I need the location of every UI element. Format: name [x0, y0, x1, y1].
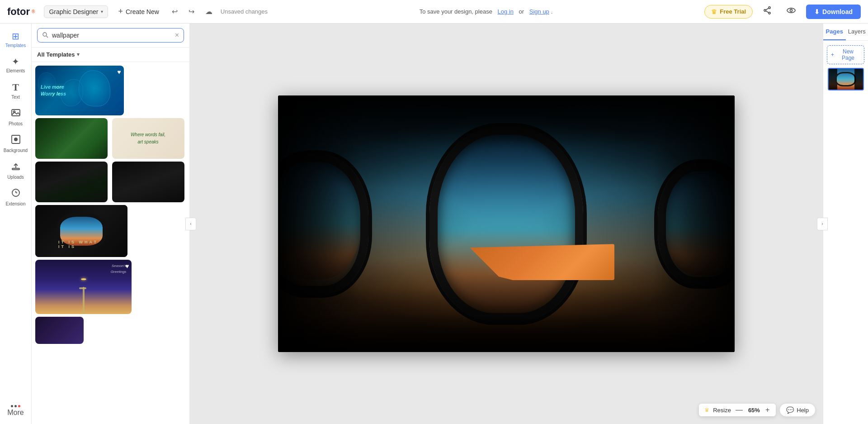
- download-label: Download: [822, 8, 853, 15]
- template-card-partial[interactable]: [35, 317, 84, 344]
- tab-pages[interactable]: Pages: [823, 24, 846, 40]
- sidebar-item-background[interactable]: Background: [2, 131, 30, 157]
- bottom-dark-gradient: [278, 314, 735, 352]
- thumb-dark-right: [854, 69, 863, 90]
- crown-icon: ♛: [711, 8, 717, 15]
- zoom-control: ♛ Resize — 65% +: [699, 404, 776, 416]
- log-in-link[interactable]: Log in: [498, 8, 514, 15]
- heart-icon: ♥: [117, 68, 121, 76]
- template-list: Live moreWorry less ♥ Where words fail,a…: [32, 62, 189, 424]
- app-logo[interactable]: fotor®: [7, 6, 35, 18]
- panel-wrapper: × All Templates ▾ Live moreWorry less: [32, 24, 190, 424]
- cloud-icon: ☁: [205, 7, 212, 16]
- redo-icon: ↪: [189, 7, 194, 16]
- background-icon: [11, 134, 21, 147]
- new-page-button[interactable]: + New Page: [827, 45, 864, 64]
- period-text: .: [551, 8, 553, 15]
- sidebar-item-photos[interactable]: Photos: [2, 104, 30, 130]
- redo-button[interactable]: ↪: [186, 5, 197, 19]
- tab-layers[interactable]: Layers: [846, 24, 868, 40]
- unsaved-status: Unsaved changes: [221, 8, 268, 15]
- clear-search-button[interactable]: ×: [175, 31, 179, 39]
- undo-button[interactable]: ↩: [169, 5, 180, 19]
- share-icon: [763, 6, 772, 17]
- share-button[interactable]: [758, 3, 776, 20]
- page-1-thumbnail[interactable]: [828, 68, 864, 91]
- sidebar-item-templates[interactable]: ⊞ Templates: [2, 27, 30, 52]
- more-dots-icon: [11, 405, 20, 407]
- canvas-content[interactable]: [278, 95, 735, 352]
- sidebar-item-label-elements: Elements: [6, 68, 25, 73]
- right-expand-icon: ›: [821, 221, 823, 226]
- svg-line-4: [766, 11, 769, 13]
- svg-point-16: [43, 33, 47, 36]
- sidebar-item-label-background: Background: [4, 148, 28, 153]
- chat-icon: 💬: [786, 406, 794, 414]
- search-area: ×: [32, 24, 189, 48]
- logo-superscript: ®: [32, 9, 35, 14]
- free-trial-button[interactable]: ♛ Free Trial: [704, 5, 753, 19]
- right-panel-expand-toggle[interactable]: ›: [817, 218, 828, 230]
- extension-icon: [11, 188, 21, 200]
- airplane-scene: [278, 95, 735, 352]
- new-page-plus-icon: +: [831, 52, 834, 58]
- collapse-icon: ‹: [190, 221, 191, 226]
- airplane-card-text: IT IS WHAT IT IS: [58, 240, 104, 249]
- preview-button[interactable]: [782, 3, 801, 20]
- sidebar-item-text[interactable]: T Text: [2, 78, 30, 103]
- template-card-purple-night[interactable]: Season'sGreetings ♥: [35, 260, 132, 314]
- top-dark-gradient: [278, 95, 735, 147]
- template-card-jellyfish[interactable]: Live moreWorry less ♥: [35, 66, 124, 115]
- sidebar-item-elements[interactable]: ✦ Elements: [2, 52, 30, 77]
- template-card-art-speaks[interactable]: Where words fail,art speaks: [112, 118, 184, 159]
- template-card-airplane[interactable]: IT IS WHAT IT IS: [35, 205, 127, 257]
- right-sidebar: › Pages Layers + New Page: [823, 24, 868, 424]
- download-button[interactable]: ⬇ Download: [806, 5, 861, 19]
- jellyfish-blob-1: [79, 70, 110, 106]
- tab-layers-label: Layers: [848, 28, 866, 35]
- sign-up-link[interactable]: Sign up: [529, 8, 549, 15]
- svg-point-1: [764, 10, 766, 11]
- sidebar-item-uploads[interactable]: Uploads: [2, 157, 30, 183]
- sidebar-item-extension[interactable]: Extension: [2, 184, 30, 210]
- svg-point-0: [769, 7, 770, 9]
- sidebar-item-label-extension: Extension: [6, 201, 26, 206]
- right-sidebar-tabs: Pages Layers: [823, 24, 868, 41]
- elements-icon: ✦: [12, 56, 19, 67]
- template-card-green-marble[interactable]: [35, 118, 108, 159]
- app-mode-selector[interactable]: Graphic Designer ▾: [44, 5, 108, 18]
- cloud-save-button[interactable]: ☁: [203, 5, 215, 19]
- search-input[interactable]: [52, 32, 171, 39]
- zoom-in-button[interactable]: +: [764, 406, 770, 414]
- template-card-dark-texture[interactable]: [35, 162, 108, 202]
- plus-icon: +: [118, 7, 123, 16]
- create-new-button[interactable]: + Create New: [113, 5, 163, 19]
- thumbnail-scene: [829, 69, 863, 90]
- sidebar-item-label-text: Text: [11, 95, 19, 100]
- svg-line-3: [766, 8, 769, 10]
- zoom-out-button[interactable]: —: [735, 406, 744, 414]
- templates-icon: ⊞: [12, 31, 19, 42]
- left-sidebar: ⊞ Templates ✦ Elements T Text Photos: [0, 24, 32, 424]
- or-text: or: [519, 8, 524, 15]
- svg-point-6: [790, 10, 793, 12]
- canvas-area: ♛ Resize — 65% + 💬 Help: [190, 24, 823, 424]
- uploads-icon: [11, 161, 21, 173]
- help-button[interactable]: 💬 Help: [779, 403, 816, 417]
- app-mode-label: Graphic Designer: [49, 8, 98, 15]
- panel-collapse-toggle[interactable]: ‹: [185, 218, 196, 230]
- street-lamp-post: [83, 287, 85, 314]
- svg-rect-7: [12, 110, 20, 116]
- undo-icon: ↩: [172, 7, 178, 16]
- search-icon: [42, 32, 48, 39]
- logo-text: fotor: [7, 6, 30, 18]
- save-prompt-text: To save your design, please: [420, 8, 492, 15]
- sidebar-item-more[interactable]: More: [2, 401, 30, 420]
- template-card-dark2[interactable]: [112, 162, 184, 202]
- filter-bar[interactable]: All Templates ▾: [32, 48, 189, 62]
- help-label: Help: [797, 407, 809, 414]
- resize-label: Resize: [713, 407, 731, 414]
- create-new-label: Create New: [126, 8, 159, 15]
- filter-label: All Templates: [37, 51, 75, 58]
- svg-point-10: [14, 138, 18, 141]
